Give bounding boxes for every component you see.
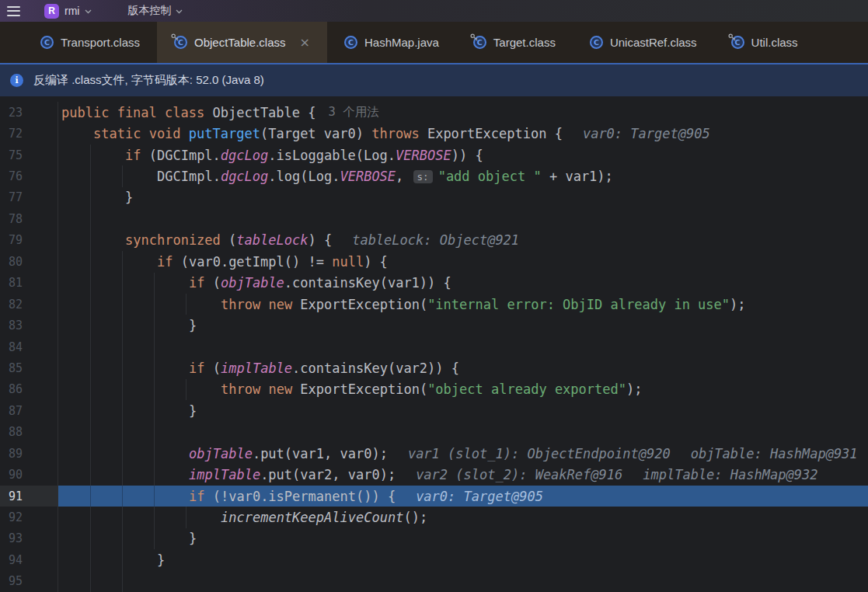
line-number[interactable]: 81 (0, 273, 58, 294)
indent-guide (122, 571, 123, 592)
key-icon (171, 33, 180, 42)
line-number[interactable]: 77 (0, 187, 58, 208)
code-line-area[interactable]: if (DGCImpl.dgcLog.isLoggable(Log.VERBOS… (58, 145, 868, 165)
usages-inlay-hint[interactable]: 3 个用法 (329, 104, 379, 120)
tab-close-icon[interactable]: × (300, 35, 310, 50)
line-number[interactable]: 94 (0, 549, 58, 570)
code-token: dgcLog (221, 169, 268, 184)
decompiler-notification-banner: i 反编译 .class文件, 字节码版本: 52.0 (Java 8) (0, 63, 868, 96)
code-token: ExportException( (292, 381, 427, 397)
code-token: public final class (61, 105, 212, 120)
line-number[interactable]: 93 (0, 528, 58, 549)
indent-guide (154, 422, 155, 443)
indent-guide (122, 507, 123, 528)
code-line-area[interactable]: if (!var0.isPermanent()) {var0: Target@9… (58, 486, 868, 507)
code-line-area[interactable]: DGCImpl.dgcLog.log(Log.VERBOSE, s:"add o… (58, 165, 868, 186)
editor-line-87: 87} (0, 400, 868, 421)
code-line-area[interactable]: if (implTable.containsKey(var2)) { (58, 357, 868, 378)
code-line-area[interactable]: } (58, 400, 868, 421)
project-widget[interactable]: R rmi (44, 4, 92, 19)
line-number[interactable]: 78 (0, 208, 58, 229)
code-line-area[interactable]: throw new ExportException("object alread… (58, 379, 868, 400)
tab-target-class[interactable]: CTarget.class (456, 22, 573, 63)
code-line-area[interactable]: incrementKeepAliveCount(); (58, 507, 868, 528)
code-text: } (189, 403, 197, 419)
code-line-area[interactable]: synchronized (tableLock) {tableLock: Obj… (58, 230, 868, 251)
indent-guide (122, 357, 123, 378)
editor-line-88: 88 (0, 422, 868, 443)
code-line-area[interactable]: throw new ExportException("internal erro… (58, 294, 868, 315)
code-token: ( (221, 232, 236, 248)
editor-line-95: 95 (0, 571, 868, 592)
debugger-inline-value: tableLock: Object@921 (352, 232, 519, 248)
editor-line-76: 76DGCImpl.dgcLog.log(Log.VERBOSE, s:"add… (0, 165, 868, 186)
code-line-area[interactable]: if (var0.getImpl() != null) { (58, 251, 868, 272)
code-token: ExportException( (292, 297, 427, 312)
class-icon: C (174, 36, 187, 49)
code-line-area[interactable] (58, 422, 868, 443)
line-number[interactable]: 92 (0, 507, 58, 528)
code-line-area[interactable]: static void putTarget(Target var0) throw… (58, 123, 868, 144)
line-number[interactable]: 75 (0, 145, 58, 165)
indent-guide (90, 464, 91, 485)
line-number[interactable]: 23 (0, 102, 58, 123)
tab-unicastref-class[interactable]: CUnicastRef.class (573, 22, 714, 63)
line-number[interactable]: 84 (0, 336, 58, 357)
code-line-area[interactable]: } (58, 187, 868, 208)
code-token: (); (403, 510, 427, 525)
code-text: objTable.put(var1, var0); (189, 446, 388, 461)
code-text: throw new ExportException("object alread… (221, 381, 642, 397)
line-number[interactable]: 90 (0, 464, 58, 485)
editor-line-72: 72static void putTarget(Target var0) thr… (0, 123, 868, 144)
code-line-area[interactable]: implTable.put(var2, var0);var2 (slot_2):… (58, 464, 868, 485)
line-number[interactable]: 76 (0, 165, 58, 186)
code-line-area[interactable] (58, 336, 868, 357)
code-line-area[interactable] (58, 571, 868, 592)
line-number[interactable]: 79 (0, 230, 58, 251)
code-token: )) { (451, 148, 483, 163)
line-number[interactable]: 80 (0, 251, 58, 272)
code-text: } (189, 531, 197, 546)
line-number[interactable]: 95 (0, 571, 58, 592)
code-line-area[interactable] (58, 208, 868, 229)
vcs-label: 版本控制 (127, 4, 171, 18)
hamburger-menu-icon[interactable] (7, 6, 20, 16)
code-line-area[interactable]: objTable.put(var1, var0);var1 (slot_1): … (58, 443, 868, 464)
tab-transport-class[interactable]: CTransport.class (23, 22, 157, 63)
code-token: putTarget (189, 126, 260, 141)
editor-tab-bar: CTransport.classCObjectTable.class×CHash… (0, 22, 868, 63)
tab-hashmap-java[interactable]: CHashMap.java (327, 22, 456, 63)
indent-guide (90, 486, 91, 507)
line-number[interactable]: 72 (0, 123, 58, 144)
code-text: synchronized (tableLock) { (125, 232, 332, 248)
code-line-area[interactable]: public final class ObjectTable {3 个用法 (58, 102, 868, 123)
line-number[interactable]: 82 (0, 294, 58, 315)
line-number[interactable]: 91 (0, 486, 58, 507)
vcs-widget[interactable]: 版本控制 (127, 4, 183, 18)
line-number[interactable]: 89 (0, 443, 58, 464)
tab-objecttable-class[interactable]: CObjectTable.class× (157, 22, 327, 63)
code-token: static void (93, 126, 189, 141)
code-line-area[interactable]: } (58, 528, 868, 549)
indent-guide (154, 315, 155, 336)
editor-line-75: 75if (DGCImpl.dgcLog.isLoggable(Log.VERB… (0, 145, 868, 165)
editor-line-93: 93} (0, 528, 868, 549)
code-token: incrementKeepAliveCount (221, 510, 403, 525)
main-toolbar: R rmi 版本控制 (0, 0, 868, 22)
line-number[interactable]: 86 (0, 379, 58, 400)
line-number[interactable]: 83 (0, 315, 58, 336)
code-line-area[interactable]: if (objTable.containsKey(var1)) { (58, 273, 868, 294)
code-token: } (125, 190, 133, 205)
indent-guide (122, 379, 123, 400)
indent-guide (90, 315, 91, 336)
line-number[interactable]: 88 (0, 422, 58, 443)
tab-util-class[interactable]: CUtil.class (714, 22, 815, 63)
indent-guide (154, 379, 155, 400)
line-number[interactable]: 87 (0, 400, 58, 421)
editor-line-80: 80if (var0.getImpl() != null) { (0, 251, 868, 272)
indent-guide (122, 165, 123, 186)
line-number[interactable]: 85 (0, 357, 58, 378)
code-line-area[interactable]: } (58, 549, 868, 570)
code-token: } (189, 318, 197, 333)
code-line-area[interactable]: } (58, 315, 868, 336)
